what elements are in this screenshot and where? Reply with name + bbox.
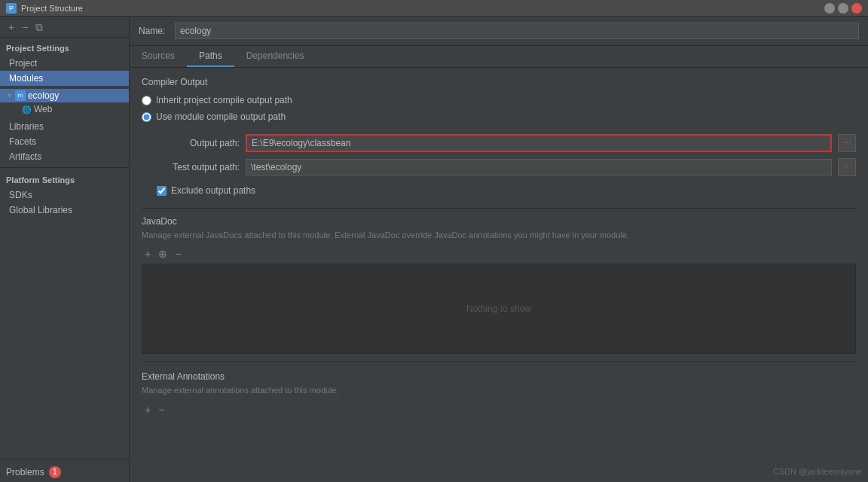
test-output-path-label: Test output path: xyxy=(157,162,240,172)
platform-settings-label: Platform Settings xyxy=(0,171,129,188)
problems-label: Problems xyxy=(6,467,44,477)
sidebar-item-project-label: Project xyxy=(9,58,37,69)
radio-inherit-input[interactable] xyxy=(142,96,151,105)
sidebar-item-libraries[interactable]: Libraries xyxy=(0,119,129,134)
name-row: Name: xyxy=(130,17,868,46)
name-input[interactable] xyxy=(175,23,859,39)
copy-button[interactable]: ⧉ xyxy=(33,22,45,32)
tabs-bar: Sources Paths Dependencies xyxy=(130,46,868,68)
radio-use-module-label: Use module compile output path xyxy=(156,111,286,122)
paths-panel: Compiler Output Inherit project compile … xyxy=(130,68,868,482)
tree-section: ▼ m ecology 🌐 Web xyxy=(0,86,129,119)
app-icon: P xyxy=(6,3,17,14)
sidebar-item-sdks-label: SDKs xyxy=(9,190,32,200)
exclude-checkbox[interactable] xyxy=(157,186,167,196)
tree-item-ecology-label: ecology xyxy=(28,90,59,101)
javadoc-section: JavaDoc Manage external JavaDocs attache… xyxy=(142,216,856,354)
project-settings-label: Project Settings xyxy=(0,38,129,56)
tree-arrow-icon: ▼ xyxy=(6,92,13,99)
output-path-input[interactable] xyxy=(246,134,832,152)
sidebar-item-modules[interactable]: Modules xyxy=(0,71,129,86)
tree-item-web[interactable]: 🌐 Web xyxy=(0,102,129,116)
section-divider-2 xyxy=(142,362,856,362)
radio-use-module[interactable]: Use module compile output path xyxy=(142,111,856,122)
remove-button[interactable]: − xyxy=(20,22,30,32)
javadoc-empty-list: Nothing to show xyxy=(142,264,856,354)
problems-badge: 1 xyxy=(49,466,61,478)
test-output-path-row: Test output path: ⋯ xyxy=(157,158,856,176)
test-output-path-browse-button[interactable]: ⋯ xyxy=(838,158,856,176)
radio-group: Inherit project compile output path Use … xyxy=(142,95,856,122)
sidebar: + − ⧉ Project Settings Project Modules ▼… xyxy=(0,17,130,482)
minimize-button[interactable] xyxy=(824,3,835,14)
path-fields: Output path: ⋯ Test output path: ⋯ xyxy=(157,134,856,176)
section-divider-1 xyxy=(142,208,856,209)
ext-annotations-title: External Annotations xyxy=(142,371,856,382)
maximize-button[interactable] xyxy=(838,3,848,14)
sidebar-item-sdks[interactable]: SDKs xyxy=(0,188,129,203)
title-bar-title: Project Structure xyxy=(21,4,83,13)
module-icon: m xyxy=(15,90,26,101)
output-path-browse-button[interactable]: ⋯ xyxy=(838,134,856,152)
sidebar-item-facets-label: Facets xyxy=(9,136,36,147)
sidebar-item-facets[interactable]: Facets xyxy=(0,134,129,149)
tree-item-web-label: Web xyxy=(34,104,52,114)
ext-annotations-remove-button[interactable]: − xyxy=(155,403,167,416)
watermark: CSDN @jackleeonlyone xyxy=(773,467,862,476)
ext-annotations-add-button[interactable]: + xyxy=(142,403,154,416)
exclude-checkbox-label: Exclude output paths xyxy=(171,185,255,196)
radio-use-module-input[interactable] xyxy=(142,112,151,122)
javadoc-add-url-button[interactable]: ⊕ xyxy=(155,247,170,261)
javadoc-remove-button[interactable]: − xyxy=(172,247,184,261)
compiler-output-title: Compiler Output xyxy=(142,77,856,87)
tab-paths[interactable]: Paths xyxy=(187,46,234,67)
javadoc-empty-text: Nothing to show xyxy=(466,304,531,314)
javadoc-add-button[interactable]: + xyxy=(142,247,154,261)
radio-inherit-label: Inherit project compile output path xyxy=(156,95,292,105)
title-bar: P Project Structure xyxy=(0,0,868,17)
main-layout: + − ⧉ Project Settings Project Modules ▼… xyxy=(0,17,868,482)
javadoc-title: JavaDoc xyxy=(142,216,856,227)
sidebar-item-global-libraries[interactable]: Global Libraries xyxy=(0,203,129,218)
output-path-row: Output path: ⋯ xyxy=(157,134,856,152)
sidebar-toolbar: + − ⧉ xyxy=(0,17,129,38)
sidebar-bottom-divider xyxy=(0,459,129,459)
tab-sources[interactable]: Sources xyxy=(130,46,187,67)
sidebar-item-project[interactable]: Project xyxy=(0,56,129,71)
sidebar-item-artifacts[interactable]: Artifacts xyxy=(0,149,129,164)
web-icon: 🌐 xyxy=(21,104,32,114)
output-path-label: Output path: xyxy=(157,138,240,148)
test-output-path-input[interactable] xyxy=(246,159,832,175)
title-bar-controls xyxy=(824,3,862,14)
sidebar-item-global-libraries-label: Global Libraries xyxy=(9,205,72,215)
close-button[interactable] xyxy=(851,3,862,14)
ext-annotations-desc: Manage external annotations attached to … xyxy=(142,385,856,396)
name-label: Name: xyxy=(139,26,169,36)
add-button[interactable]: + xyxy=(6,22,17,32)
javadoc-desc: Manage external JavaDocs attached to thi… xyxy=(142,230,856,241)
sidebar-divider xyxy=(0,167,129,168)
sidebar-item-artifacts-label: Artifacts xyxy=(9,151,41,162)
ext-annotations-section: External Annotations Manage external ann… xyxy=(142,371,856,416)
javadoc-toolbar: + ⊕ − xyxy=(142,247,856,261)
sidebar-item-modules-label: Modules xyxy=(9,73,43,84)
sidebar-item-libraries-label: Libraries xyxy=(9,121,44,132)
content-area: Name: Sources Paths Dependencies Compile… xyxy=(130,17,868,482)
tab-dependencies[interactable]: Dependencies xyxy=(234,46,316,67)
tree-item-ecology[interactable]: ▼ m ecology xyxy=(0,89,129,102)
radio-inherit[interactable]: Inherit project compile output path xyxy=(142,95,856,105)
exclude-checkbox-row: Exclude output paths xyxy=(157,185,856,196)
problems-item[interactable]: Problems 1 xyxy=(0,462,129,482)
ext-annotations-toolbar: + − xyxy=(142,403,856,416)
